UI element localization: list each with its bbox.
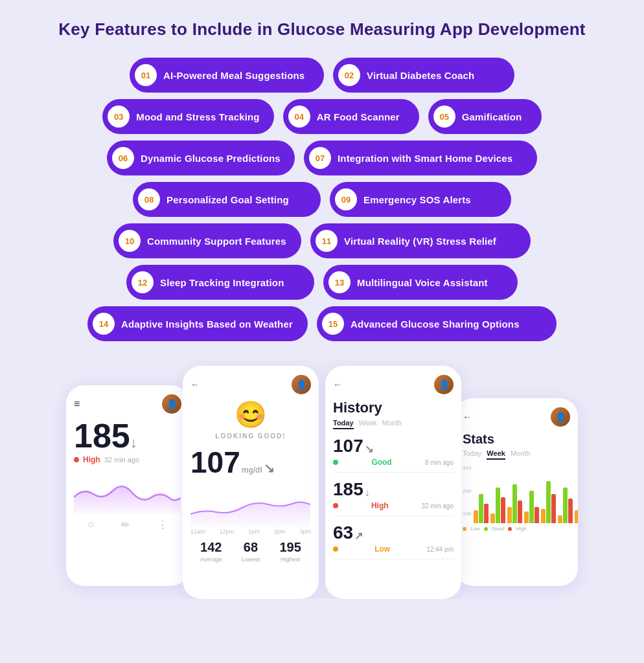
action-icon-2: ✏ <box>121 519 130 531</box>
features-row-1: 01 AI-Powered Meal Suggestions 02 Virtua… <box>13 58 631 93</box>
hist-time-2: 32 min ago <box>422 502 454 510</box>
phone-mockup-3: ← 👤 History Today Week Month 107 ↘ <box>325 366 461 599</box>
features-row-7: 14 Adaptive Insights Based on Weather 15… <box>13 306 631 341</box>
phone1-status: High 32 min ago <box>74 455 181 464</box>
stat-lowest: 68 Lowest <box>242 540 260 563</box>
feature-label-04: AR Food Scanner <box>317 111 400 122</box>
feature-label-12: Sleep Tracking Integration <box>160 277 284 288</box>
back-icon-3: ← <box>333 379 342 390</box>
status-label: High <box>83 455 100 464</box>
hist-dot-2 <box>333 503 338 508</box>
phone1-actions: ○ ✏ ⋮ <box>74 519 181 531</box>
hist-time-1: 8 min ago <box>425 459 454 466</box>
feature-num-11: 11 <box>316 230 338 252</box>
feature-num-15: 15 <box>322 313 344 335</box>
bar-low-1 <box>474 510 478 523</box>
phone3-topbar: ← 👤 <box>333 375 454 394</box>
legend-label-good: Good <box>492 526 505 532</box>
feature-num-14: 14 <box>93 313 115 335</box>
avatar-3: 👤 <box>434 375 454 394</box>
feature-label-15: Advanced Glucose Sharing Options <box>351 319 520 330</box>
features-grid: 01 AI-Powered Meal Suggestions 02 Virtua… <box>13 58 631 341</box>
legend-dot-good <box>484 527 488 531</box>
feature-num-09: 09 <box>335 188 357 210</box>
features-row-6: 12 Sleep Tracking Integration 13 Multili… <box>13 265 631 300</box>
stat-average: 142 Average <box>200 540 222 563</box>
history-title: History <box>333 399 454 416</box>
phone1-topbar: ≡ 👤 <box>74 394 181 414</box>
feature-pill-05: 05 Gamification <box>428 99 542 134</box>
feature-num-05: 05 <box>433 106 455 128</box>
phone4-topbar: ← 👤 <box>463 407 570 427</box>
tab-today[interactable]: Today <box>333 419 354 429</box>
feature-num-10: 10 <box>119 230 141 252</box>
feature-pill-07: 07 Integration with Smart Home Devices <box>304 140 537 175</box>
stats-tab-week[interactable]: Week <box>487 449 505 460</box>
feature-pill-03: 03 Mood and Stress Tracking <box>102 99 273 134</box>
phone2-wave-chart <box>190 485 311 527</box>
feature-pill-01: 01 AI-Powered Meal Suggestions <box>130 58 324 93</box>
feature-pill-13: 13 Multilingual Voice Assistant <box>323 265 518 300</box>
feature-label-08: Personalized Goal Setting <box>167 194 289 205</box>
feature-label-07: Integration with Smart Home Devices <box>338 153 512 164</box>
phones-section: ≡ 👤 185 ↓ High 32 min ago <box>13 359 631 599</box>
legend-dot-high <box>508 527 512 531</box>
action-icon-3: ⋮ <box>157 519 168 531</box>
feature-pill-09: 09 Emergency SOS Alerts <box>330 182 511 217</box>
feature-num-02: 02 <box>338 64 360 86</box>
history-item-3: 63 ↗ Low 12:44 pm <box>333 523 454 559</box>
hist-reading-1: 107 ↘ <box>333 436 454 456</box>
avatar-1: 👤 <box>162 394 181 414</box>
stats-tabs: Today Week Month <box>463 449 570 460</box>
p2-unit: mg/dl <box>242 466 262 475</box>
hist-dot-1 <box>333 460 338 465</box>
legend-label-low: Low <box>470 526 480 532</box>
phone-mockup-1: ≡ 👤 185 ↓ High 32 min ago <box>66 385 189 586</box>
bar-group-5 <box>541 481 556 523</box>
bar-group-7 <box>575 478 578 523</box>
time-ago: 32 min ago <box>104 456 139 464</box>
hist-reading-2: 185 ↓ <box>333 479 454 500</box>
tab-week[interactable]: Week <box>359 419 377 429</box>
page-title: Key Features to Include in Glucose Measu… <box>13 19 631 39</box>
feature-num-01: 01 <box>135 64 157 86</box>
stats-tab-month[interactable]: Month <box>511 449 531 460</box>
features-row-3: 06 Dynamic Glucose Predictions 07 Integr… <box>13 140 631 175</box>
feature-label-13: Multilingual Voice Assistant <box>357 277 488 288</box>
stats-tab-today[interactable]: Today <box>463 449 481 460</box>
bar-good-1 <box>479 494 483 523</box>
feature-num-03: 03 <box>108 106 130 128</box>
back-icon-4: ← <box>463 412 472 422</box>
features-row-2: 03 Mood and Stress Tracking 04 AR Food S… <box>13 99 631 134</box>
phone-mockup-2: ← 👤 😊 LOOKING GOOD! 107 mg/dl ↘ <box>183 366 319 599</box>
tab-month[interactable]: Month <box>382 419 402 429</box>
avatar-4: 👤 <box>551 407 570 427</box>
page-wrapper: Key Features to Include in Glucose Measu… <box>0 0 644 663</box>
feature-num-04: 04 <box>288 106 310 128</box>
stat-highest: 195 Highest <box>279 540 301 563</box>
legend-dot-low <box>463 527 466 531</box>
bar-high-1 <box>484 504 489 523</box>
feature-pill-12: 12 Sleep Tracking Integration <box>126 265 314 300</box>
feature-label-03: Mood and Stress Tracking <box>136 111 259 122</box>
bar-group-3 <box>507 484 522 523</box>
p2-arrow: ↘ <box>264 460 275 476</box>
phone-mockup-4: ← 👤 Stats Today Week Month 310 200 100 <box>455 398 578 586</box>
phone1-wave-chart <box>74 475 181 513</box>
feature-num-13: 13 <box>328 271 351 293</box>
hist-status-1: Good <box>371 458 391 467</box>
feature-pill-08: 08 Personalized Goal Setting <box>133 182 321 217</box>
feature-pill-14: 14 Adaptive Insights Based on Weather <box>87 306 308 341</box>
feature-pill-02: 02 Virtual Diabetes Coach <box>333 58 514 93</box>
features-row-5: 10 Community Support Features 11 Virtual… <box>13 223 631 258</box>
bar-group-4 <box>524 491 539 523</box>
phone2-topbar: ← 👤 <box>190 375 311 394</box>
phone1-arrow: ↓ <box>130 436 137 450</box>
hist-status-2: High <box>371 501 389 510</box>
phone2-stats: 142 Average 68 Lowest 195 Highest <box>190 540 311 563</box>
hist-time-3: 12:44 pm <box>426 546 454 553</box>
bar-group-2 <box>490 488 505 523</box>
chart-legend: Low Good High <box>463 526 570 532</box>
feature-label-02: Virtual Diabetes Coach <box>367 70 474 81</box>
feature-label-09: Emergency SOS Alerts <box>363 194 471 205</box>
